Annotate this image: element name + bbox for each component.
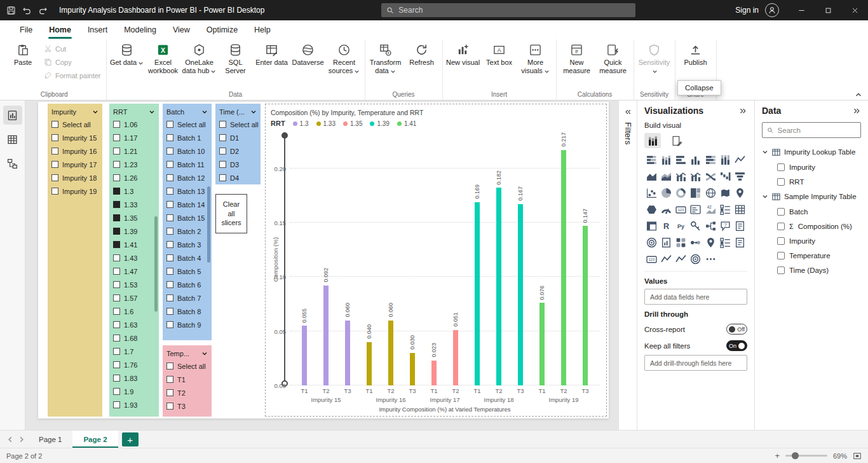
chart-bar[interactable]: [561, 150, 566, 385]
page-tab-page-1[interactable]: Page 1: [28, 431, 72, 448]
sensitivity-button[interactable]: Sensitivity: [637, 41, 672, 76]
checkbox-icon[interactable]: [166, 241, 173, 248]
slicer-item-batch-10[interactable]: Batch 10: [166, 144, 208, 158]
data-search-input[interactable]: [778, 127, 856, 134]
paste-button[interactable]: Paste: [5, 41, 41, 68]
field-impurity[interactable]: Impurity: [762, 233, 861, 248]
checkbox-icon[interactable]: [113, 375, 120, 382]
slicer-item-1-41[interactable]: 1.41: [112, 238, 156, 251]
checkbox-icon[interactable]: [166, 363, 173, 370]
hierarchy-slicer-icon[interactable]: [720, 237, 731, 248]
line-chart-icon[interactable]: [735, 155, 745, 165]
minimize-button[interactable]: [788, 0, 815, 20]
stacked-area-chart-icon[interactable]: [661, 171, 672, 182]
transform-data-button[interactable]: Transform data: [368, 41, 403, 76]
checkbox-icon[interactable]: [113, 348, 120, 355]
field-impurity[interactable]: Impurity: [762, 160, 861, 174]
field-batch[interactable]: Batch: [762, 204, 861, 219]
model-view-button[interactable]: [3, 154, 22, 173]
close-button[interactable]: [841, 0, 868, 20]
slicer-time[interactable]: Time (...Select allD1D2D3D4: [215, 104, 261, 184]
slicer-item-1-53[interactable]: 1.53: [112, 278, 156, 291]
chart-bar[interactable]: [583, 226, 588, 385]
slicer-item-1-21[interactable]: 1.21: [112, 144, 156, 158]
checkbox-icon[interactable]: [166, 376, 173, 383]
slicer-item-d4[interactable]: D4: [219, 171, 257, 184]
checkbox-icon[interactable]: [219, 134, 226, 141]
checkbox-icon[interactable]: [113, 174, 120, 181]
checkbox-icon[interactable]: [113, 254, 120, 261]
get-data-button[interactable]: Get data: [109, 41, 145, 68]
power-apps-visual-icon[interactable]: [675, 237, 686, 248]
field-temperature[interactable]: Temperature: [762, 248, 861, 263]
slicer-temp[interactable]: Temp...Select allT1T2T3: [163, 345, 212, 417]
recent-sources-button[interactable]: Recent sources: [327, 41, 362, 76]
data-search-box[interactable]: [762, 122, 861, 138]
slicer-item-select-all[interactable]: Select all: [166, 118, 208, 131]
slicer-item-1-6[interactable]: 1.6: [112, 305, 156, 318]
checkbox-icon[interactable]: [113, 134, 120, 141]
checkbox-icon[interactable]: [113, 361, 120, 368]
slicer-item-1-35[interactable]: 1.35: [112, 211, 156, 225]
quick-measure-button[interactable]: Quick measure: [595, 41, 631, 76]
save-icon[interactable]: [6, 6, 16, 15]
chart-bar[interactable]: [323, 286, 329, 385]
matrix-icon[interactable]: [646, 221, 657, 232]
checkbox-icon[interactable]: [166, 389, 173, 396]
checkbox-checked-icon[interactable]: [113, 188, 120, 195]
zoom-in-button[interactable]: +: [775, 451, 780, 460]
donut-chart-icon[interactable]: [675, 188, 686, 198]
checkbox-icon[interactable]: [166, 121, 173, 128]
slicer-item-impurity-17[interactable]: Impurity 17: [51, 158, 99, 171]
composition-chart-visual[interactable]: Composition (%) by Impurity, Temperature…: [265, 104, 607, 417]
decomposition-tree-icon[interactable]: [705, 221, 716, 232]
redo-icon[interactable]: [38, 6, 48, 15]
checkbox-icon[interactable]: [113, 401, 120, 408]
stacked-bar-chart-icon[interactable]: [646, 155, 657, 165]
chevron-down-icon[interactable]: [250, 109, 257, 115]
menu-help[interactable]: Help: [246, 20, 279, 39]
checkbox-icon[interactable]: [51, 121, 58, 128]
checkbox-icon[interactable]: [777, 252, 785, 259]
checkbox-icon[interactable]: [219, 161, 226, 168]
map-icon[interactable]: [705, 188, 716, 198]
slicer-item-select-all[interactable]: Select all: [166, 359, 208, 373]
checkbox-icon[interactable]: [777, 208, 785, 216]
refresh-button[interactable]: Refresh: [404, 41, 440, 68]
menu-home[interactable]: Home: [41, 20, 79, 39]
shape-map-icon[interactable]: [646, 204, 657, 215]
chart-bar[interactable]: [302, 326, 307, 385]
new-visual-button[interactable]: New visual: [445, 41, 481, 68]
menu-view[interactable]: View: [165, 20, 198, 39]
slicer-item-batch-3[interactable]: Batch 3: [166, 238, 208, 251]
checkbox-icon[interactable]: [219, 121, 226, 128]
field-time-days[interactable]: Time (Days): [762, 263, 861, 277]
slicer-item-1-68[interactable]: 1.68: [112, 331, 156, 345]
slicer-item-t2[interactable]: T2: [166, 386, 208, 399]
checkbox-icon[interactable]: [113, 308, 120, 315]
checkbox-icon[interactable]: [166, 308, 173, 315]
new-page-button[interactable]: +: [122, 432, 139, 446]
checkbox-icon[interactable]: [166, 214, 173, 221]
metrics-icon[interactable]: [646, 237, 657, 248]
slicer-item-impurity-16[interactable]: Impurity 16: [51, 144, 99, 158]
checkbox-icon[interactable]: [219, 174, 226, 181]
checkbox-icon[interactable]: [166, 294, 173, 301]
funnel-chart-icon[interactable]: [735, 171, 745, 182]
slicer-item-1-43[interactable]: 1.43: [112, 251, 156, 265]
slicer-batch[interactable]: BatchSelect allBatch 1Batch 10Batch 11Ba…: [163, 104, 212, 340]
slicer-item-1-26[interactable]: 1.26: [112, 171, 156, 184]
menu-file[interactable]: File: [11, 20, 41, 39]
slicer-item-batch-8[interactable]: Batch 8: [166, 305, 208, 318]
slicer-item-impurity-18[interactable]: Impurity 18: [51, 171, 99, 184]
enter-data-button[interactable]: Enter data: [254, 41, 290, 68]
text-box-button[interactable]: AText box: [482, 41, 517, 68]
checkbox-icon[interactable]: [51, 174, 58, 181]
card-icon[interactable]: 123: [675, 204, 686, 215]
multi-row-card-icon[interactable]: [690, 204, 701, 215]
sign-in-button[interactable]: Sign in: [735, 6, 759, 15]
search-input[interactable]: [398, 6, 630, 15]
slicer-item-1-06[interactable]: 1.06: [112, 118, 156, 131]
scatter-chart-icon[interactable]: [646, 188, 657, 198]
100-stacked-bar-chart-icon[interactable]: [705, 155, 716, 165]
